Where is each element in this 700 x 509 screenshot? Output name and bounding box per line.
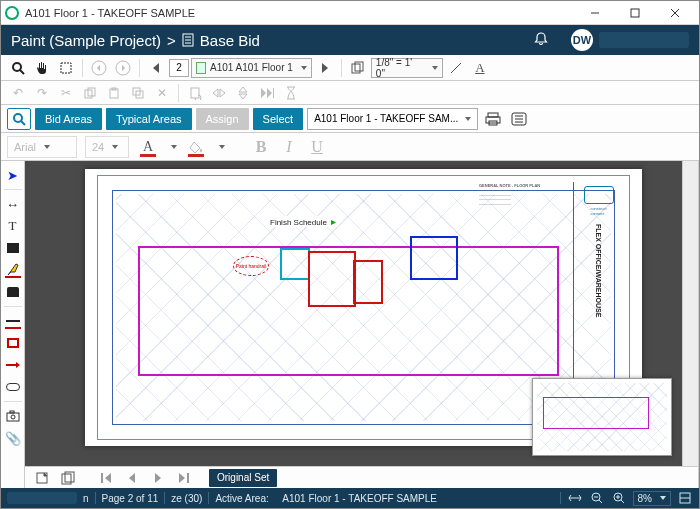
tab-select[interactable]: Select (253, 108, 304, 130)
active-area-dropdown[interactable]: A101 Floor 1 - TAKEOFF SAM... (307, 108, 478, 130)
bold-button[interactable]: B (251, 138, 271, 156)
first-page-icon[interactable] (95, 467, 117, 489)
status-bar: n Page 2 of 11 ze (30) Active Area: A101… (1, 488, 699, 508)
annotation-tooltray: ➤ ↔ T 📎 (1, 161, 25, 488)
layout-icon[interactable] (677, 490, 693, 506)
flip-h-icon[interactable] (208, 82, 230, 104)
svg-line-47 (621, 500, 624, 503)
duplicate-icon[interactable] (127, 82, 149, 104)
search-icon[interactable] (7, 57, 29, 79)
next-page-icon[interactable] (147, 467, 169, 489)
redo-icon[interactable]: ↷ (31, 82, 53, 104)
zoom-out-icon[interactable] (589, 490, 605, 506)
font-size-dropdown[interactable]: 24 (85, 136, 129, 158)
status-redacted (7, 492, 77, 504)
stamp-tool[interactable] (3, 282, 23, 302)
font-family-dropdown[interactable]: Arial (7, 136, 77, 158)
zoom-value: 8% (638, 493, 652, 504)
svg-rect-13 (352, 64, 360, 73)
tab-typical-areas[interactable]: Typical Areas (106, 108, 191, 130)
copy-icon[interactable] (79, 82, 101, 104)
refresh-sheet-icon[interactable] (184, 82, 206, 104)
sheet-icon[interactable] (31, 467, 53, 489)
undo-icon[interactable]: ↶ (7, 82, 29, 104)
attachment-tool[interactable]: 📎 (3, 428, 23, 448)
revision-cloud[interactable]: Paint handrail (233, 256, 269, 276)
avatar[interactable]: DW (571, 29, 593, 51)
copy-page-icon[interactable] (347, 57, 369, 79)
underline-button[interactable]: U (307, 138, 327, 156)
minimap[interactable] (532, 378, 672, 456)
bell-icon[interactable] (533, 31, 549, 50)
area-view-toggle[interactable] (7, 108, 31, 130)
highlighter-tool[interactable] (3, 260, 23, 280)
svg-rect-1 (631, 9, 639, 17)
project-name[interactable]: Paint (Sample Project) (11, 32, 161, 49)
list-icon[interactable] (508, 108, 530, 130)
zoom-dropdown[interactable]: 8% (633, 491, 671, 506)
print-icon[interactable] (482, 108, 504, 130)
nav-back-icon[interactable] (88, 57, 110, 79)
italic-button[interactable]: I (279, 138, 299, 156)
arrow-tool[interactable] (3, 355, 23, 375)
page-next-icon[interactable] (314, 57, 336, 79)
pan-icon[interactable] (31, 57, 53, 79)
titlebar: A101 Floor 1 - TAKEOFF SAMPLE (1, 1, 699, 25)
page-prev-icon[interactable] (145, 57, 167, 79)
camera-tool[interactable] (3, 406, 23, 426)
skip-end-icon[interactable] (256, 82, 278, 104)
page-number-input[interactable]: 2 (169, 59, 189, 77)
minimize-button[interactable] (575, 2, 615, 24)
svg-point-8 (13, 63, 21, 71)
dimension-tool[interactable]: ↔ (3, 194, 23, 214)
svg-line-23 (21, 121, 25, 125)
scale-dropdown[interactable]: 1/8" = 1' 0" (371, 58, 443, 78)
section-name[interactable]: Base Bid (200, 32, 260, 49)
svg-rect-14 (355, 62, 363, 71)
vertical-scrollbar[interactable] (682, 161, 698, 466)
marquee-icon[interactable] (55, 57, 77, 79)
room-outline[interactable] (308, 251, 356, 307)
close-button[interactable] (655, 2, 695, 24)
text-tool[interactable]: T (3, 216, 23, 236)
last-page-icon[interactable] (173, 467, 195, 489)
finish-schedule-label: Finish Schedule▸ (268, 216, 338, 227)
fit-width-icon[interactable] (567, 490, 583, 506)
room-outline[interactable] (353, 260, 383, 304)
set-selector[interactable]: Original Set (209, 469, 277, 487)
drawing-canvas[interactable]: GENERAL NOTE - FLOOR PLAN———————————————… (25, 161, 682, 466)
areas-tabrow: Bid Areas Typical Areas Assign Select A1… (1, 105, 699, 133)
chevron-down-icon[interactable] (219, 145, 225, 149)
svg-rect-21 (191, 88, 199, 98)
tab-bid-areas[interactable]: Bid Areas (35, 108, 102, 130)
separator (4, 401, 22, 402)
chevron-down-icon (432, 66, 438, 70)
fill-rect-tool[interactable] (3, 238, 23, 258)
cut-icon[interactable]: ✂ (55, 82, 77, 104)
hourglass-icon[interactable] (280, 82, 302, 104)
room-outline[interactable] (410, 236, 458, 280)
zoom-in-icon[interactable] (611, 490, 627, 506)
ruler-icon[interactable] (445, 57, 467, 79)
flip-v-icon[interactable] (232, 82, 254, 104)
breadcrumb-sep: > (167, 32, 176, 49)
maximize-button[interactable] (615, 2, 655, 24)
cloud-tool[interactable] (3, 377, 23, 397)
paste-icon[interactable] (103, 82, 125, 104)
pointer-tool[interactable]: ➤ (3, 165, 23, 185)
font-color-button[interactable]: A (137, 136, 159, 158)
sheets-icon[interactable] (57, 467, 79, 489)
room-outline[interactable] (280, 248, 310, 280)
tab-assign[interactable]: Assign (196, 108, 249, 130)
nav-fwd-icon[interactable] (112, 57, 134, 79)
chevron-down-icon[interactable] (171, 145, 177, 149)
plan-dropdown[interactable]: A101 A101 Floor 1 (191, 58, 312, 78)
delete-icon[interactable]: ✕ (151, 82, 173, 104)
line-tool[interactable] (3, 311, 23, 331)
prev-page-icon[interactable] (121, 467, 143, 489)
text-tool-icon[interactable]: A (469, 57, 491, 79)
document-icon (182, 33, 194, 47)
fill-color-button[interactable] (185, 136, 207, 158)
rect-tool[interactable] (3, 333, 23, 353)
scale-label: 1/8" = 1' 0" (376, 57, 424, 79)
